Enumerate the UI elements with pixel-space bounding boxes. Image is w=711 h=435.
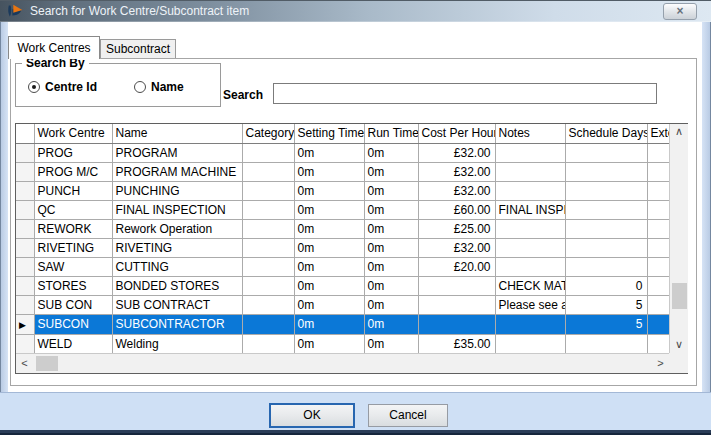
- vertical-scroll-thumb[interactable]: [672, 283, 687, 309]
- tab-work-centres[interactable]: Work Centres: [8, 36, 100, 59]
- column-header-category[interactable]: Category: [242, 124, 294, 143]
- grid-cell-name[interactable]: RIVETING: [112, 238, 242, 257]
- row-header[interactable]: [16, 143, 34, 162]
- grid-cell-run_time[interactable]: 0m: [364, 219, 418, 238]
- grid-cell-setting_time[interactable]: 0m: [294, 334, 364, 353]
- grid-cell-category[interactable]: [242, 257, 294, 276]
- grid-cell-name[interactable]: FINAL INSPECTION: [112, 200, 242, 219]
- grid-cell-work_centre[interactable]: RIVETING: [34, 238, 112, 257]
- scroll-up-icon[interactable]: ∧: [670, 124, 688, 140]
- grid-cell-setting_time[interactable]: 0m: [294, 295, 364, 314]
- grid-cell-run_time[interactable]: 0m: [364, 314, 418, 334]
- grid-cell-notes[interactable]: [495, 257, 565, 276]
- grid-cell-notes[interactable]: [495, 314, 565, 334]
- grid-cell-run_time[interactable]: 0m: [364, 276, 418, 295]
- grid-cell-notes[interactable]: FINAL INSPI: [495, 200, 565, 219]
- grid-cell-external[interactable]: [647, 200, 669, 219]
- grid-cell-notes[interactable]: [495, 334, 565, 353]
- grid-cell-name[interactable]: Rework Operation: [112, 219, 242, 238]
- grid-cell-category[interactable]: [242, 334, 294, 353]
- grid-cell-run_time[interactable]: 0m: [364, 181, 418, 200]
- grid-row[interactable]: STORESBONDED STORES0m0mCHECK MAT0: [16, 276, 669, 295]
- row-header[interactable]: [16, 295, 34, 314]
- grid-cell-setting_time[interactable]: 0m: [294, 143, 364, 162]
- grid-cell-notes[interactable]: [495, 238, 565, 257]
- grid-cell-external[interactable]: [647, 295, 669, 314]
- radio-centre-id-icon[interactable]: [28, 81, 40, 93]
- grid-cell-setting_time[interactable]: 0m: [294, 181, 364, 200]
- grid-cell-setting_time[interactable]: 0m: [294, 314, 364, 334]
- grid-cell-category[interactable]: [242, 181, 294, 200]
- grid-cell-notes[interactable]: [495, 162, 565, 181]
- grid-cell-work_centre[interactable]: PROG: [34, 143, 112, 162]
- search-input[interactable]: [273, 83, 657, 104]
- grid-cell-category[interactable]: [242, 314, 294, 334]
- grid-cell-schedule_days[interactable]: [565, 181, 647, 200]
- grid-cell-notes[interactable]: [495, 143, 565, 162]
- column-header-setting_time[interactable]: Setting Time: [294, 124, 364, 143]
- tab-subcontract[interactable]: Subcontract: [100, 39, 176, 59]
- grid-cell-name[interactable]: Welding: [112, 334, 242, 353]
- grid-cell-run_time[interactable]: 0m: [364, 162, 418, 181]
- horizontal-scroll-thumb[interactable]: [36, 356, 58, 371]
- grid-cell-setting_time[interactable]: 0m: [294, 276, 364, 295]
- grid-cell-cost_per_hour[interactable]: [418, 276, 495, 295]
- grid-cell-run_time[interactable]: 0m: [364, 143, 418, 162]
- grid-row[interactable]: QCFINAL INSPECTION0m0m£60.00FINAL INSPI: [16, 200, 669, 219]
- grid-cell-name[interactable]: PROGRAM MACHINE: [112, 162, 242, 181]
- grid-cell-category[interactable]: [242, 295, 294, 314]
- row-header[interactable]: [16, 181, 34, 200]
- grid-cell-external[interactable]: [647, 238, 669, 257]
- grid-cell-work_centre[interactable]: STORES: [34, 276, 112, 295]
- row-header[interactable]: [16, 162, 34, 181]
- grid-cell-run_time[interactable]: 0m: [364, 295, 418, 314]
- grid-cell-cost_per_hour[interactable]: [418, 295, 495, 314]
- grid-cell-name[interactable]: PUNCHING: [112, 181, 242, 200]
- column-header-run_time[interactable]: Run Time: [364, 124, 418, 143]
- column-header-work_centre[interactable]: Work Centre: [34, 124, 112, 143]
- grid-cell-category[interactable]: [242, 238, 294, 257]
- grid-cell-category[interactable]: [242, 219, 294, 238]
- grid-cell-schedule_days[interactable]: 5: [565, 295, 647, 314]
- grid-cell-external[interactable]: [647, 276, 669, 295]
- grid-cell-external[interactable]: [647, 181, 669, 200]
- radio-name[interactable]: Name: [134, 80, 184, 94]
- column-header-schedule_days[interactable]: Schedule Days: [565, 124, 647, 143]
- grid-cell-external[interactable]: [647, 162, 669, 181]
- grid-cell-cost_per_hour[interactable]: £32.00: [418, 181, 495, 200]
- grid-row[interactable]: WELDWelding0m0m£35.00: [16, 334, 669, 353]
- grid-cell-cost_per_hour[interactable]: £32.00: [418, 238, 495, 257]
- grid-row[interactable]: SAWCUTTING0m0m£20.00: [16, 257, 669, 276]
- grid-cell-setting_time[interactable]: 0m: [294, 219, 364, 238]
- grid-cell-work_centre[interactable]: SAW: [34, 257, 112, 276]
- row-header[interactable]: [16, 219, 34, 238]
- row-header[interactable]: [16, 200, 34, 219]
- grid-cell-name[interactable]: PROGRAM: [112, 143, 242, 162]
- column-header-notes[interactable]: Notes: [495, 124, 565, 143]
- grid-cell-schedule_days[interactable]: [565, 200, 647, 219]
- horizontal-scrollbar[interactable]: < >: [16, 353, 669, 373]
- scroll-down-icon[interactable]: ∨: [670, 337, 688, 353]
- grid-row-selected[interactable]: ▶SUBCONSUBCONTRACTOR0m0m5: [16, 314, 669, 334]
- grid-cell-cost_per_hour[interactable]: £25.00: [418, 219, 495, 238]
- grid-cell-category[interactable]: [242, 276, 294, 295]
- radio-name-icon[interactable]: [134, 81, 146, 93]
- grid-cell-work_centre[interactable]: PROG M/C: [34, 162, 112, 181]
- row-header[interactable]: [16, 257, 34, 276]
- scroll-left-icon[interactable]: <: [16, 354, 33, 373]
- grid-cell-schedule_days[interactable]: [565, 238, 647, 257]
- grid-cell-work_centre[interactable]: PUNCH: [34, 181, 112, 200]
- grid-cell-setting_time[interactable]: 0m: [294, 257, 364, 276]
- grid-cell-external[interactable]: [647, 143, 669, 162]
- grid-cell-run_time[interactable]: 0m: [364, 257, 418, 276]
- grid-cell-category[interactable]: [242, 143, 294, 162]
- grid-cell-name[interactable]: SUB CONTRACT: [112, 295, 242, 314]
- grid-cell-run_time[interactable]: 0m: [364, 238, 418, 257]
- column-header-cost_per_hour[interactable]: Cost Per Hour: [418, 124, 495, 143]
- grid-cell-setting_time[interactable]: 0m: [294, 162, 364, 181]
- grid-cell-work_centre[interactable]: QC: [34, 200, 112, 219]
- grid-cell-external[interactable]: [647, 257, 669, 276]
- grid-cell-work_centre[interactable]: SUBCON: [34, 314, 112, 334]
- grid-cell-category[interactable]: [242, 200, 294, 219]
- grid-row[interactable]: REWORKRework Operation0m0m£25.00: [16, 219, 669, 238]
